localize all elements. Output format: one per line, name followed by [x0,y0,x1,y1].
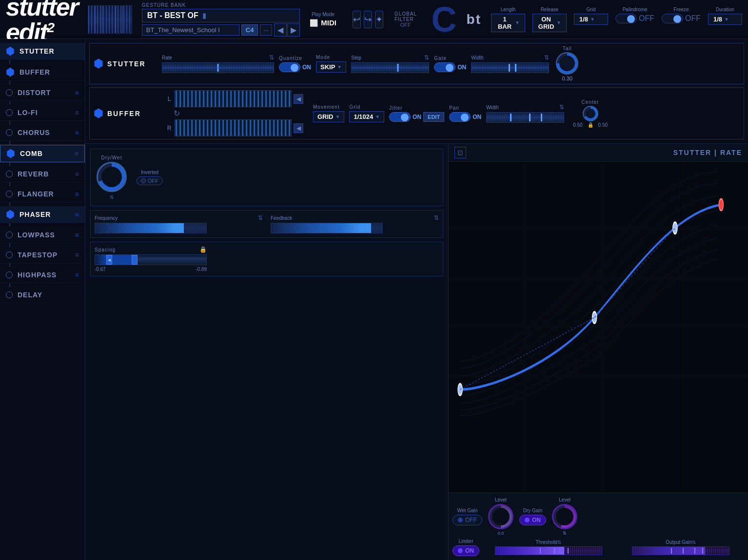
frequency-slider[interactable] [95,223,207,233]
reverb-handle: ≡ [75,170,79,178]
release-arrow: ▼ [556,20,561,25]
preset-prev[interactable]: ◀ [274,23,287,37]
stutter-tail-knob[interactable] [556,52,578,75]
stutter-hex-icon [6,47,15,56]
redo-button[interactable]: ↪ [364,11,372,28]
phaser-handle: ≡ [75,211,79,218]
highpass-handle: ≡ [75,271,79,279]
feedback-tune-icon: ⇅ [434,214,439,221]
dry-wet-knob[interactable] [97,162,127,192]
sidebar-item-lowpass[interactable]: LOWPASS ≡ [0,227,85,243]
stutter-rate-slider[interactable] [162,62,274,73]
freeze-pill[interactable] [662,14,683,23]
preset-key[interactable]: C4 [241,24,258,36]
sidebar-item-buffer[interactable]: BUFFER [0,64,85,81]
level-1-knob[interactable] [488,504,513,529]
buffer-waveforms: L ◀ ↻ R ◀ [166,90,303,136]
buffer-l-arrow[interactable]: ◀ [294,94,303,104]
buffer-pan-toggle[interactable]: ON [449,112,481,122]
buffer-jitter-toggle[interactable]: ON EDIT [389,112,444,122]
limiter-toggle[interactable]: ON [453,545,479,556]
buffer-l-waveform[interactable] [175,90,292,107]
buffer-center-dial[interactable] [583,106,598,121]
preset-next[interactable]: ▶ [287,23,300,37]
gesture-bank-name[interactable]: BT - BEST OF ▮ [142,9,300,22]
palindrome-toggle[interactable]: OFF [615,14,654,23]
sidebar-item-phaser[interactable]: PHASER ≡ [0,206,85,223]
global-filter-state[interactable]: OFF [400,22,411,28]
threshold-slider[interactable] [495,546,602,555]
dry-gain-toggle[interactable]: ON [519,515,546,525]
stutter-mode-dropdown[interactable]: SKIP ▼ [316,61,346,73]
gate-pill[interactable] [434,62,455,72]
envelope-display[interactable] [449,162,748,493]
sidebar-item-lofi[interactable]: LO-FI ≡ [0,105,85,121]
settings-button[interactable]: ✦ [375,11,383,28]
stutter-width-slider[interactable] [471,62,549,73]
buffer-r-waveform[interactable] [175,119,292,136]
wet-gain-toggle[interactable]: OFF [453,515,482,525]
output-gain-slider[interactable] [632,546,729,555]
length-arrow: ▼ [515,20,520,25]
spacing-slider[interactable]: ◀ [95,254,207,265]
buffer-grid-dropdown[interactable]: 1/1024 ▼ [349,111,384,122]
buffer-r-arrow[interactable]: ◀ [294,123,303,133]
threshold-header: Threshold ⇅ [536,540,561,545]
limiter-row: Limiter ON Threshold ⇅ [453,539,744,556]
dry-gain-param: Dry Gain ON [519,508,546,525]
buffer-width-slider[interactable] [486,112,564,123]
limiter-param: Limiter ON [453,539,479,556]
buffer-movement-dropdown[interactable]: GRID ▼ [313,111,344,122]
level-2-knob[interactable] [552,504,577,529]
spacing-thumb-left[interactable]: ◀ [106,255,112,265]
feedback-slider[interactable] [271,223,383,233]
sidebar-item-delay[interactable]: DELAY [0,287,85,303]
buffer-width-param: Width ⇅ [486,104,564,123]
sidebar-item-stutter[interactable]: STUTTER [0,43,85,60]
sidebar-item-highpass[interactable]: HIGHPASS ≡ [0,267,85,283]
sidebar-item-tapestop[interactable]: TAPESTOP ≡ [0,247,85,263]
grid-value[interactable]: 1/8 ▼ [574,14,608,25]
stutter-mode-param: Mode SKIP ▼ [316,55,346,73]
preset-row: BT_The_Newest_School I C4 ··· ◀ ▶ [142,23,300,37]
pan-pill[interactable] [449,112,471,122]
freeze-toggle[interactable]: OFF [662,14,701,23]
inverted-toggle-btn[interactable]: OFF [137,176,163,185]
palindrome-pill[interactable] [615,14,637,23]
sidebar-item-flanger[interactable]: FLANGER ≡ [0,186,85,202]
tapestop-dot-icon [6,251,13,258]
envelope-expand-btn[interactable]: ⊡ [454,147,466,158]
flanger-handle: ≡ [75,190,79,198]
stutter-width-label: Width ⇅ [471,54,549,61]
sync-icon[interactable]: ↻ [174,109,180,118]
stutter-step-slider[interactable] [351,62,429,73]
sidebar-item-reverb[interactable]: REVERB ≡ [0,166,85,182]
wet-gain-dot [458,518,463,522]
release-value[interactable]: ON GRID ▼ [532,14,567,32]
stutter-gate-toggle[interactable]: ON [434,62,466,72]
sidebar-item-comb[interactable]: COMB ≡ [0,145,85,162]
step-tune-icon: ⇅ [424,54,429,61]
sidebar-item-distort[interactable]: DISTORT ≡ [0,85,85,101]
jitter-pill[interactable] [389,112,411,122]
play-mode-section: Play Mode ⬜ MIDI [310,12,336,27]
preset-nav-arrows: ◀ ▶ [274,23,300,37]
buffer-width-tune-icon: ⇅ [559,104,564,111]
inverted-dot [141,178,146,183]
length-value[interactable]: 1 BAR ▼ [491,14,525,32]
buffer-l-row: L ◀ [166,90,303,107]
preset-name[interactable]: BT_The_Newest_School I [142,24,239,36]
content-area: STUTTER Rate ⇅ Quantize [85,39,748,560]
grid-param: Grid 1/8 ▼ [574,7,608,32]
stutter-step-param: Step ⇅ [351,54,429,73]
lofi-handle: ≡ [75,109,79,116]
spacing-thumb-right[interactable] [132,255,138,265]
preset-dots-menu[interactable]: ··· [260,24,272,36]
duration-value[interactable]: 1/8 ▼ [708,14,742,25]
quantize-pill[interactable] [279,62,300,72]
stutter-quantize-toggle[interactable]: ON [279,62,311,72]
jitter-edit-btn[interactable]: EDIT [423,112,444,122]
undo-button[interactable]: ↩ [353,11,361,28]
sidebar-item-chorus[interactable]: CHORUS ≡ [0,125,85,141]
grid-dropdown-arrow: ▼ [375,114,380,119]
